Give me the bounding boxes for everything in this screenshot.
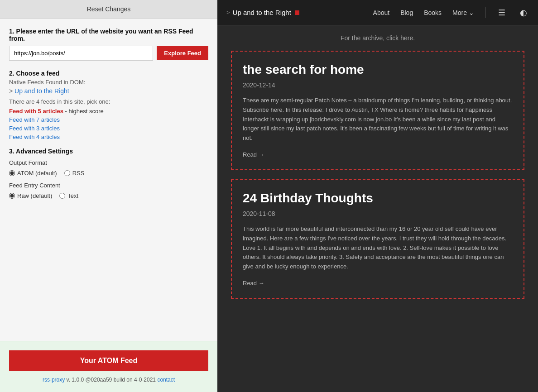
- left-panel: Reset Changes 1. Please enter the URL of…: [0, 0, 217, 392]
- rss-proxy-link[interactable]: rss-proxy: [43, 377, 65, 383]
- pick-one-label: There are 4 feeds in this site, pick one…: [9, 98, 208, 105]
- feed-entry-label: Feed Entry Content: [9, 182, 208, 189]
- format-rss[interactable]: RSS: [64, 170, 85, 177]
- footer-text: rss-proxy v. 1.0.0 @020aa59 build on 4-0…: [9, 377, 208, 383]
- site-nav: About Blog Books More ⌄ ☰ ◐: [373, 6, 529, 19]
- native-feeds-label: Native Feeds Found in DOM:: [9, 79, 208, 86]
- format-atom-radio[interactable]: [9, 170, 15, 176]
- logo-arrow: >: [226, 9, 230, 16]
- site-link[interactable]: Up and to the Right: [9, 87, 208, 95]
- footer-version: v. 1.0.0 @020aa59 build on 4-0-2021: [67, 377, 158, 383]
- format-atom-label: ATOM (default): [17, 170, 57, 177]
- chevron-down-icon: ⌄: [469, 9, 474, 16]
- entry-raw[interactable]: Raw (default): [9, 192, 52, 199]
- feed-option-1: Feed with 5 articles - highest score: [9, 108, 208, 115]
- feed-link-1[interactable]: Feed with 5 articles: [9, 108, 63, 115]
- site-header: > Up and to the Right About Blog Books M…: [217, 0, 538, 25]
- advanced-section: 3. Advanced Settings Output Format ATOM …: [9, 148, 208, 199]
- nav-about[interactable]: About: [373, 9, 390, 16]
- feed-link-2[interactable]: Feed with 7 articles: [9, 116, 60, 123]
- feed-option-3: Feed with 3 articles: [9, 125, 208, 132]
- article-date-2: 2020-11-08: [243, 210, 513, 217]
- nav-blog[interactable]: Blog: [400, 9, 413, 16]
- nav-books[interactable]: Books: [424, 9, 442, 16]
- explore-feed-button[interactable]: Explore Feed: [157, 46, 208, 60]
- step3-label: 3. Advanced Settings: [9, 148, 208, 155]
- entry-text-label: Text: [67, 192, 78, 199]
- nav-more-label: More: [452, 9, 467, 16]
- step2-label: 2. Choose a feed: [9, 70, 208, 77]
- logo-square: [295, 10, 299, 15]
- entry-text[interactable]: Text: [59, 192, 78, 199]
- entry-raw-radio[interactable]: [9, 193, 15, 199]
- entry-raw-label: Raw (default): [17, 192, 52, 199]
- archive-notice: For the archive, click here.: [231, 34, 524, 42]
- theme-toggle-icon[interactable]: ◐: [518, 6, 529, 19]
- contact-link[interactable]: contact: [157, 377, 175, 383]
- right-panel: > Up and to the Right About Blog Books M…: [217, 0, 538, 392]
- article-excerpt-2: This world is far more beautiful and int…: [243, 225, 513, 272]
- article-excerpt-1: These are my semi-regular Patch Notes – …: [243, 96, 513, 143]
- article-card-2: 24 Birthday Thoughts 2020-11-08 This wor…: [231, 179, 524, 299]
- article-card-1: the search for home 2020-12-14 These are…: [231, 51, 524, 170]
- format-rss-label: RSS: [72, 170, 85, 177]
- step1-label: 1. Please enter the URL of the website y…: [9, 28, 208, 42]
- entry-type-row: Raw (default) Text: [9, 192, 208, 199]
- article-title-2: 24 Birthday Thoughts: [243, 191, 513, 206]
- feed-link-3[interactable]: Feed with 3 articles: [9, 125, 60, 132]
- format-atom[interactable]: ATOM (default): [9, 170, 57, 177]
- atom-feed-button[interactable]: Your ATOM Feed: [9, 350, 208, 371]
- reset-changes-button[interactable]: Reset Changes: [0, 0, 217, 19]
- nav-divider: [485, 7, 485, 18]
- read-more-2[interactable]: Read →: [243, 280, 264, 287]
- archive-link[interactable]: here: [400, 34, 413, 42]
- nav-more[interactable]: More ⌄: [452, 9, 474, 16]
- article-date-1: 2020-12-14: [243, 81, 513, 89]
- logo-text: Up and to the Right: [233, 9, 291, 16]
- article-title-1: the search for home: [243, 62, 513, 77]
- url-input[interactable]: [9, 46, 153, 61]
- left-content: 1. Please enter the URL of the website y…: [0, 19, 217, 341]
- menu-icon[interactable]: ☰: [496, 6, 507, 19]
- feed-link-4[interactable]: Feed with 4 articles: [9, 134, 60, 140]
- output-format-row: ATOM (default) RSS: [9, 170, 208, 177]
- format-rss-radio[interactable]: [64, 170, 70, 176]
- output-format-label: Output Format: [9, 159, 208, 166]
- feed-option-4: Feed with 4 articles: [9, 134, 208, 140]
- site-logo[interactable]: > Up and to the Right: [226, 9, 299, 16]
- entry-text-radio[interactable]: [59, 193, 65, 199]
- site-main: For the archive, click here. the search …: [217, 25, 538, 392]
- bottom-bar: Your ATOM Feed rss-proxy v. 1.0.0 @020aa…: [0, 341, 217, 392]
- url-row: Explore Feed: [9, 46, 208, 61]
- read-more-1[interactable]: Read →: [243, 151, 264, 158]
- feed-option-2: Feed with 7 articles: [9, 116, 208, 123]
